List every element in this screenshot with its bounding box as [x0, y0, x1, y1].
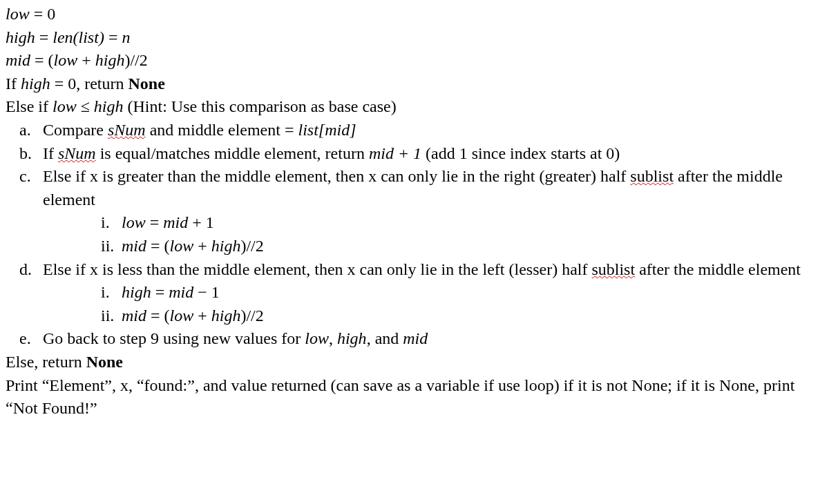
var-snum: sNum — [108, 121, 146, 139]
sublist-c-i: i. low = mid + 1 ii. mid = (low + high)/… — [39, 211, 823, 258]
algo-line-1: low = 0 — [6, 3, 823, 26]
var-n: n — [122, 28, 130, 46]
text: Else, return — [6, 353, 86, 371]
text: = — [151, 283, 169, 301]
marker-di: i. — [101, 281, 110, 304]
algo-line-5: Else if low ≤ high (Hint: Use this compa… — [6, 95, 823, 119]
text: , and — [367, 329, 403, 347]
var-mid: mid — [122, 307, 146, 324]
spell-sublist: sublist — [591, 260, 635, 278]
hint-text: (Hint: Use this comparison as base case) — [124, 97, 397, 115]
item-cii: ii. mid = (low + high)//2 — [122, 235, 823, 258]
text: Else if — [6, 97, 53, 115]
algo-line-2: high = len(list) = n — [6, 26, 823, 50]
kw-none: None — [128, 75, 165, 93]
marker-b: b. — [19, 142, 32, 166]
text: Else if x is less than the middle elemen… — [43, 260, 591, 278]
text: ≤ — [77, 97, 94, 115]
item-d: d. Else if x is less than the middle ele… — [39, 258, 823, 328]
var-mid: mid — [163, 213, 188, 231]
algo-line-else: Else, return None — [6, 351, 823, 374]
item-ci: i. low = mid + 1 — [122, 211, 823, 235]
text: = 0, return — [50, 75, 128, 93]
text: = ( — [30, 51, 54, 69]
item-c: c. Else if x is greater than the middle … — [39, 165, 823, 258]
marker-dii: ii. — [101, 304, 114, 328]
item-b: b. If sNum is equal/matches middle eleme… — [39, 142, 823, 166]
var-high: high — [95, 51, 125, 69]
marker-c: c. — [19, 165, 31, 188]
var-low: low — [305, 329, 329, 347]
text: after the middle element — [635, 260, 801, 278]
item-a: a. Compare sNum and middle element = lis… — [39, 119, 823, 142]
var-high: high — [211, 307, 241, 324]
var-mid: mid — [403, 329, 428, 347]
text: + — [193, 307, 211, 324]
text: = ( — [146, 307, 170, 324]
var-low: low — [6, 5, 30, 23]
text: Compare — [43, 121, 108, 139]
text: is equal/matches middle element, return — [96, 144, 369, 162]
sublist-a: a. Compare sNum and middle element = lis… — [6, 119, 823, 351]
text: and middle element = — [146, 121, 298, 139]
var-snum: sNum — [58, 144, 96, 162]
var-low: low — [53, 97, 77, 115]
var-low: low — [122, 213, 146, 231]
text: (add 1 since index starts at 0) — [421, 144, 620, 162]
var-high: high — [211, 237, 241, 255]
spell-sublist: sublist — [630, 167, 674, 185]
text: + 1 — [188, 213, 214, 231]
text: If — [43, 144, 58, 162]
marker-ci: i. — [101, 211, 110, 235]
expr-mid-plus-1: mid + 1 — [369, 144, 421, 162]
algo-line-4: If high = 0, return None — [6, 72, 823, 96]
text: + — [77, 51, 95, 69]
sublist-d-i: i. high = mid − 1 ii. mid = (low + high)… — [39, 281, 823, 327]
var-mid: mid — [122, 237, 146, 255]
var-low: low — [170, 307, 194, 324]
text: , — [329, 329, 337, 347]
algo-line-3: mid = (low + high)//2 — [6, 49, 823, 72]
expr-list-mid: list[mid] — [298, 121, 356, 139]
var-high: high — [337, 329, 367, 347]
var-mid: mid — [169, 283, 193, 301]
marker-d: d. — [19, 258, 32, 282]
text: = — [104, 28, 122, 46]
text: = 0 — [30, 5, 56, 23]
var-high: high — [94, 97, 124, 115]
text: )//2 — [124, 51, 147, 69]
text: )//2 — [240, 237, 263, 255]
var-mid: mid — [6, 51, 30, 69]
item-e: e. Go back to step 9 using new values fo… — [39, 327, 823, 351]
marker-cii: ii. — [101, 235, 114, 258]
text: = — [146, 213, 164, 231]
text: = — [35, 28, 53, 46]
text: Else if x is greater than the middle ele… — [43, 167, 630, 185]
marker-a: a. — [19, 119, 31, 142]
text: − 1 — [193, 283, 220, 301]
var-low: low — [170, 237, 194, 255]
text: If — [6, 75, 21, 93]
text: + — [193, 237, 211, 255]
kw-none: None — [86, 353, 123, 371]
text: = ( — [146, 237, 170, 255]
text: )//2 — [240, 307, 263, 324]
print-text: Print “Element”, x, “found:”, and value … — [6, 376, 794, 418]
algo-line-print: Print “Element”, x, “found:”, and value … — [6, 374, 823, 420]
var-high: high — [21, 75, 50, 93]
func-len: len(list) — [53, 28, 104, 46]
marker-e: e. — [19, 327, 31, 351]
item-di: i. high = mid − 1 — [122, 281, 823, 304]
text: Go back to step 9 using new values for — [43, 329, 305, 347]
var-high: high — [122, 283, 151, 301]
item-dii: ii. mid = (low + high)//2 — [122, 304, 823, 328]
var-high: high — [6, 28, 35, 46]
var-low: low — [54, 51, 78, 69]
